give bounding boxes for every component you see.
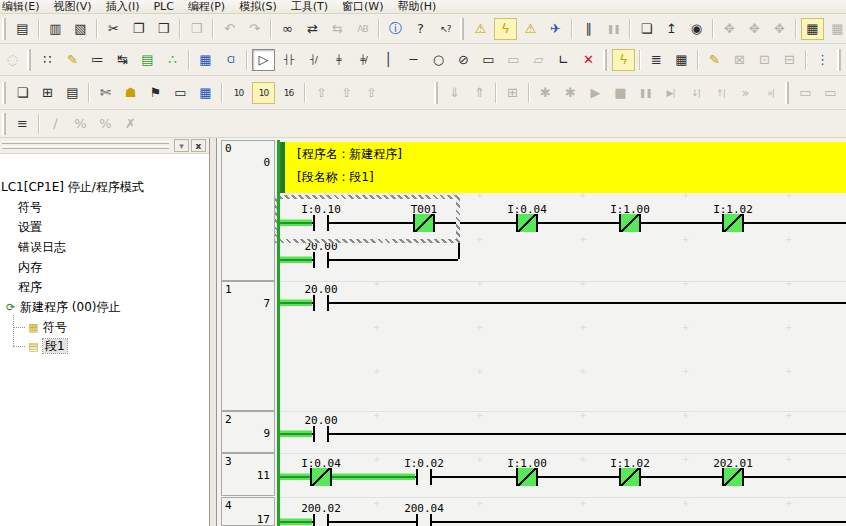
monitor-data-icon[interactable]: ▤ [136, 49, 159, 71]
compile-icon[interactable]: ⚠ [469, 18, 492, 40]
diff-set-icon[interactable]: % [94, 113, 117, 135]
line-connect-icon[interactable]: ∟ [552, 49, 575, 71]
rung-wrap-icon[interactable]: ↹ [111, 49, 134, 71]
contact-no[interactable] [430, 514, 432, 526]
tree-item-1[interactable]: 符号 [18, 199, 42, 215]
online-edit-ok-icon[interactable]: ⊡ [753, 49, 776, 71]
online-work-icon[interactable]: ϟ [494, 18, 517, 40]
contact-no[interactable] [313, 514, 315, 526]
online-edit-send-icon[interactable]: ✥ [743, 18, 766, 40]
contact-no[interactable] [416, 469, 418, 485]
rung-comment-banner[interactable]: [程序名 : 新建程序][段名称 : 段1] [277, 142, 846, 193]
file-transfer-icon[interactable]: ↥ [660, 18, 683, 40]
contact-nc[interactable] [310, 468, 332, 486]
contact-no[interactable] [313, 295, 315, 311]
workspace-close-button[interactable]: x [191, 139, 206, 152]
transfer-down-icon[interactable]: ⇓ [443, 82, 466, 104]
sim-to-end-icon[interactable]: »| [759, 82, 782, 104]
rung-comment-icon[interactable]: ≔ [86, 49, 109, 71]
tree-item-8[interactable]: ▤段1 [26, 338, 67, 354]
diff-up-icon[interactable]: ∕ [44, 113, 67, 135]
diff-down-icon[interactable]: % [69, 113, 92, 135]
menu-item-6[interactable]: 工具(T) [284, 0, 335, 14]
transfer-up-icon[interactable]: ⇑ [468, 82, 491, 104]
program-check-icon[interactable]: ⚠ [519, 18, 542, 40]
file-compare-icon[interactable]: ◉ [685, 18, 708, 40]
window-cascade-icon[interactable]: ❏ [11, 82, 34, 104]
monitor-update-2-icon[interactable]: ⇧ [335, 82, 358, 104]
menu-item-0[interactable]: 编辑(E) [0, 0, 47, 14]
contact-nc[interactable] [722, 214, 744, 232]
hex-16-icon[interactable]: 16 [277, 82, 300, 104]
online-edit-cancel-icon[interactable]: ✥ [768, 18, 791, 40]
diff-clear-icon[interactable]: ✗ [119, 113, 142, 135]
contact-no[interactable] [327, 295, 329, 311]
tree-item-2[interactable]: 设置 [18, 219, 42, 235]
paste-icon[interactable]: ❒ [152, 18, 175, 40]
open-project-icon[interactable]: ▤ [11, 18, 34, 40]
coil-closed-icon[interactable]: ⊘ [452, 49, 475, 71]
contact-or-no-icon[interactable]: ╪ [327, 49, 350, 71]
instruction-box-icon[interactable]: ▭ [477, 49, 500, 71]
tree-item-6[interactable]: ⟳新建程序 (00)停止 [3, 299, 120, 315]
sim-monitor-2-icon[interactable]: ▭ [819, 82, 842, 104]
workspace-menu-button[interactable]: ▾ [174, 139, 189, 152]
section-flag-icon[interactable]: ⚑ [144, 82, 167, 104]
tree-item-4[interactable]: 内存 [18, 259, 42, 275]
contact-nc[interactable] [619, 214, 641, 232]
pause-icon[interactable]: ❚❚ [602, 18, 625, 40]
contact-nc[interactable] [516, 214, 538, 232]
io-memory-icon[interactable]: ☗ [119, 82, 142, 104]
sim-step-icon[interactable]: ▶| [659, 82, 682, 104]
menu-item-5[interactable]: 模拟(S) [232, 0, 284, 14]
cross-reference-list-icon[interactable]: ≡ [11, 113, 34, 135]
sim-step-in-icon[interactable]: ↓| [684, 82, 707, 104]
panel-splitter[interactable] [210, 138, 217, 526]
zoom-icon[interactable]: ◌ [1, 49, 24, 71]
decimal-10-icon[interactable]: 10 [227, 82, 250, 104]
context-help-icon[interactable]: ↖? [434, 18, 457, 40]
contact-no[interactable] [327, 426, 329, 442]
coil-icon[interactable]: ○ [427, 49, 450, 71]
select-tool-icon[interactable]: ▷ [252, 49, 275, 71]
menu-item-8[interactable]: 帮助(H) [391, 0, 444, 14]
transfer-plc-icon[interactable]: ✈ [544, 18, 567, 40]
sim-pause-icon[interactable]: ❚❚ [634, 82, 657, 104]
compare-plc-icon[interactable]: ⊞ [501, 82, 524, 104]
sim-stop-icon[interactable]: ■ [609, 82, 632, 104]
contact-nc[interactable] [516, 468, 538, 486]
contact-no[interactable] [416, 514, 418, 526]
tree-item-3[interactable]: 错误日志 [18, 239, 66, 255]
redo-icon[interactable]: ↷ [243, 18, 266, 40]
contact-no[interactable] [327, 252, 329, 268]
undo-icon[interactable]: ↶ [218, 18, 241, 40]
contact-no[interactable] [313, 426, 315, 442]
contact-no[interactable] [313, 252, 315, 268]
monitor-update-3-icon[interactable]: ⇧ [360, 82, 383, 104]
about-icon[interactable]: ⓘ [384, 18, 407, 40]
program-view-icon[interactable]: ❏ [635, 18, 658, 40]
properties-icon[interactable]: ▤ [61, 82, 84, 104]
differential-trace-icon[interactable]: ϟ [612, 49, 635, 71]
contact-or-nc-icon[interactable]: ╪/ [352, 49, 375, 71]
rung-margin-2[interactable]: 29 [221, 411, 275, 453]
tree-item-7[interactable]: ▦符号 [26, 319, 67, 335]
help-icon[interactable]: ? [409, 18, 432, 40]
print-preview-icon[interactable]: ▧ [69, 18, 92, 40]
rung-margin-0[interactable]: 00 [221, 140, 275, 281]
symbol-table-icon[interactable]: ▦ [194, 49, 217, 71]
contact-nc-icon[interactable]: ┤/ [302, 49, 325, 71]
print-icon[interactable]: ▥ [44, 18, 67, 40]
contact-no[interactable] [327, 514, 329, 526]
watch-window-2-icon[interactable]: ▦ [826, 18, 846, 40]
instruction-immediate-icon[interactable]: ▱ [527, 49, 550, 71]
address-reference-icon[interactable]: ⋮ [811, 49, 834, 71]
comment-icon[interactable]: ✎ [61, 49, 84, 71]
workspace-titlebar[interactable]: ▾ x [0, 138, 209, 154]
window-new-icon[interactable]: ⊞ [36, 82, 59, 104]
replace-next-icon[interactable]: ⇆ [326, 18, 349, 40]
tree-item-5[interactable]: 程序 [18, 279, 42, 295]
sim-hand-2-icon[interactable]: ✱ [559, 82, 582, 104]
rung-margin-1[interactable]: 17 [221, 281, 275, 411]
online-edit-begin-icon[interactable]: ✥ [718, 18, 741, 40]
